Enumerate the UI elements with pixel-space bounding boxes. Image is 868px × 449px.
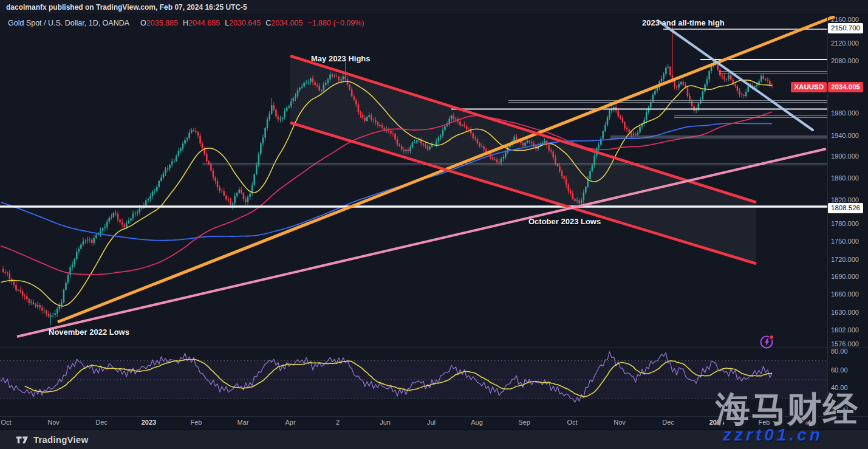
ohlc-values: O2035.885H2044.655L2030.645C2034.005 [135,19,302,27]
publish-info-bar: dacolmanfx published on TradingView.com,… [0,0,868,15]
price-axis-tick: 1602.000 [831,326,867,334]
flash-indicator-button[interactable] [759,334,776,351]
publish-info: dacolmanfx published on TradingView.com,… [6,3,247,12]
time-axis-tick: Nov [40,419,67,426]
symbol-title[interactable]: Gold Spot / U.S. Dollar, 1D, OANDA [8,19,129,27]
chart-annotation-label: May 2023 Highs [311,54,371,63]
time-axis-tick: Jun [372,419,398,426]
price-axis-tick: 1860.000 [831,174,867,182]
tradingview-logo-icon[interactable] [16,435,29,445]
time-axis-tick: Mar [230,419,256,426]
ohlc-label: H [183,19,188,27]
chart-annotation-label: October 2023 Lows [528,217,601,226]
ohlc-value: 2035.885 [146,19,178,27]
time-axis-tick: 2 [324,419,351,426]
price-badge: 1808.526 [828,203,863,213]
price-axis-tick: 2120.000 [831,39,867,47]
time-axis-tick: Oct [0,419,19,426]
lightning-icon [759,334,776,351]
ohlc-value: 2044.655 [188,19,220,27]
price-axis-tick: 1780.000 [831,220,867,227]
price-axis-tick: 2080.000 [831,57,867,64]
tradingview-published-chart: dacolmanfx published on TradingView.com,… [0,0,868,449]
ohlc-value: 2030.645 [229,19,261,27]
price-axis-tick: 1720.000 [831,256,867,263]
ohlc-label: O [140,19,146,27]
time-axis-tick: Feb [183,419,210,426]
pane-separator[interactable] [0,347,868,348]
price-axis-tick: 2160.000 [831,16,867,23]
price-axis-tick: 1900.000 [831,153,867,160]
price-axis-tick: 1980.000 [831,109,867,117]
watermark-url: zzrt01.cn [723,425,823,445]
price-axis-tick: 1690.000 [831,273,867,280]
symbol-price-tag: XAUUSD [791,82,827,92]
tradingview-brand[interactable]: TradingView [33,434,88,445]
rsi-axis-tick: 80.00 [831,348,867,355]
price-badge: 2150.700 [828,23,863,33]
time-axis-tick: Jul [418,419,445,426]
price-axis-tick: 1940.000 [831,132,867,139]
time-axis-tick: Dec [655,419,682,426]
chart-annotation-label: November 2022 Lows [49,327,129,337]
time-axis-tick: Aug [463,419,490,426]
time-axis-tick: Dec [88,419,115,426]
symbol-legend: Gold Spot / U.S. Dollar, 1D, OANDAO2035.… [8,19,364,27]
chart-canvas[interactable] [0,0,868,449]
time-axis-tick: Nov [606,419,633,426]
time-axis-tick: 2023 [135,419,162,426]
price-axis-tick: 1630.000 [831,309,867,316]
chart-annotation-label: 2023 and all-time high [642,18,725,27]
ohlc-value: 2034.005 [271,19,302,27]
ohlc-label: C [265,19,271,27]
price-axis-border [827,15,828,416]
time-axis-tick: Apr [277,419,304,426]
price-badge: 2034.005 [828,82,863,92]
price-axis-tick: 1750.000 [831,238,867,245]
change-value: −1.880 (−0.09%) [307,19,364,27]
price-axis-tick: 1660.000 [831,290,867,298]
time-axis-tick: Sep [511,419,538,426]
rsi-axis-tick: 60.00 [831,366,867,374]
time-axis-tick: Oct [559,419,586,426]
